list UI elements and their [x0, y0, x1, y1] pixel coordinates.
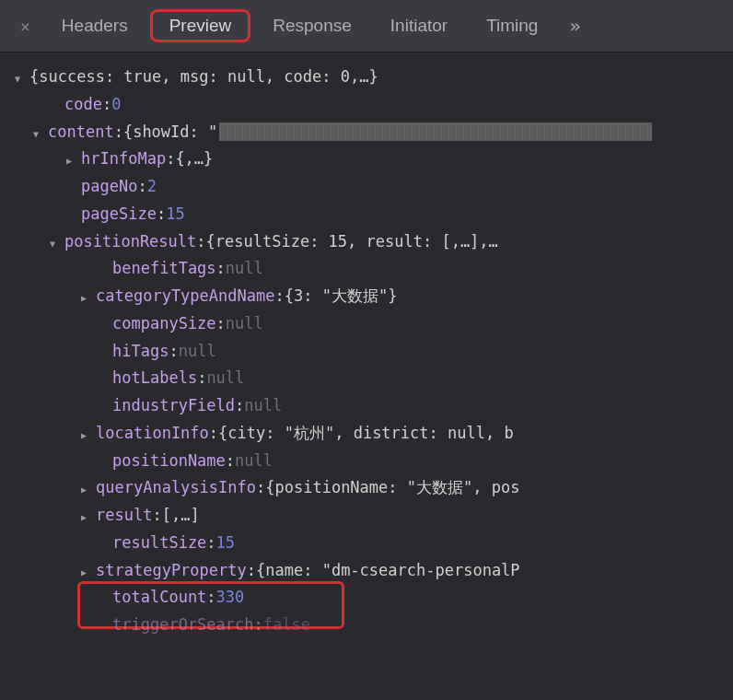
expand-toggle-icon[interactable]	[81, 502, 92, 530]
json-key: categoryTypeAndName	[96, 283, 274, 310]
tab-preview[interactable]: Preview	[150, 9, 251, 42]
tree-row[interactable]: pageSize: 15	[6, 201, 727, 228]
json-value: 15	[216, 530, 235, 557]
tree-row[interactable]: triggerOrSearch: false	[6, 612, 727, 639]
expand-toggle-icon[interactable]	[81, 283, 92, 310]
json-value: null	[179, 338, 216, 366]
tree-row[interactable]: queryAnalysisInfo: {positionName: "大数据",…	[0, 474, 727, 502]
json-key: hiTags	[112, 338, 169, 366]
devtools-tabs: × Headers Preview Response Initiator Tim…	[0, 0, 733, 52]
expand-toggle-icon[interactable]	[15, 64, 26, 91]
json-value: 2	[147, 173, 157, 201]
tab-headers[interactable]: Headers	[45, 12, 145, 40]
tree-row[interactable]: result: [,…]	[0, 502, 727, 530]
json-key: locationInfo	[96, 420, 209, 448]
expand-toggle-icon[interactable]	[50, 228, 61, 256]
json-key: code	[64, 91, 102, 119]
expand-toggle-icon[interactable]	[81, 474, 92, 502]
json-value: null	[226, 310, 263, 338]
json-value: 15	[166, 201, 184, 228]
json-key: industryField	[112, 392, 235, 420]
redacted-value	[219, 122, 652, 141]
json-summary: {resultSize: 15, result: [,…],…	[206, 228, 498, 256]
json-value: false	[263, 612, 310, 639]
json-summary: {3: "大数据"}	[285, 283, 398, 310]
json-key: hrInfoMap	[81, 146, 166, 173]
json-key: positionResult	[64, 228, 196, 256]
expand-toggle-icon[interactable]	[81, 557, 92, 585]
json-summary: {positionName: "大数据", pos	[265, 474, 519, 502]
tree-row[interactable]: content: {showId: "	[0, 119, 727, 146]
json-key: content	[48, 119, 114, 146]
json-key: companySize	[112, 310, 216, 338]
tree-row[interactable]: locationInfo: {city: "杭州", district: nul…	[0, 420, 727, 448]
expand-toggle-icon[interactable]	[33, 119, 44, 146]
tab-response[interactable]: Response	[256, 12, 368, 40]
tabs-overflow-icon[interactable]: »	[560, 15, 589, 37]
json-key: pageSize	[81, 201, 157, 228]
json-key: resultSize	[112, 530, 206, 557]
json-key: strategyProperty	[96, 557, 247, 585]
tree-row-totalcount[interactable]: totalCount: 330	[6, 584, 727, 612]
json-key: positionName	[112, 448, 226, 475]
json-preview-tree: {success: true, msg: null, code: 0,…} co…	[0, 52, 733, 645]
json-value: 330	[216, 584, 245, 612]
expand-toggle-icon[interactable]	[81, 420, 92, 448]
tree-row[interactable]: benefitTags: null	[6, 255, 727, 283]
tab-timing[interactable]: Timing	[470, 12, 554, 40]
json-value: null	[244, 392, 282, 420]
json-key: queryAnalysisInfo	[96, 474, 256, 502]
json-key: totalCount	[112, 584, 206, 612]
json-key: triggerOrSearch	[112, 612, 254, 639]
tree-row[interactable]: code: 0	[6, 91, 727, 119]
expand-toggle-icon[interactable]	[66, 146, 77, 173]
tree-row[interactable]: hiTags: null	[6, 338, 727, 366]
json-summary: [,…]	[162, 502, 200, 530]
json-summary: {name: "dm-csearch-personalP	[256, 557, 520, 585]
tree-row[interactable]: resultSize: 15	[6, 530, 727, 557]
tree-row[interactable]: companySize: null	[6, 310, 727, 338]
tree-row[interactable]: positionName: null	[6, 448, 727, 475]
tree-row[interactable]: categoryTypeAndName: {3: "大数据"}	[0, 283, 727, 310]
json-value: null	[206, 365, 244, 392]
close-icon[interactable]: ×	[11, 17, 40, 36]
tree-row[interactable]: hrInfoMap: {,…}	[6, 146, 727, 173]
json-summary: {,…}	[175, 146, 213, 173]
root-summary: {success: true, msg: null, code: 0,…}	[29, 64, 378, 91]
json-value: null	[235, 448, 273, 475]
tree-row[interactable]: hotLabels: null	[6, 365, 727, 392]
json-summary: {showId: "	[123, 119, 217, 146]
json-key: benefitTags	[112, 255, 216, 283]
json-value: 0	[111, 91, 121, 119]
json-key: hotLabels	[112, 365, 197, 392]
tree-row[interactable]: positionResult: {resultSize: 15, result:…	[0, 228, 727, 256]
json-key: result	[96, 502, 152, 530]
json-key: pageNo	[81, 173, 137, 201]
tree-row[interactable]: strategyProperty: {name: "dm-csearch-per…	[0, 557, 727, 585]
json-value: null	[226, 255, 263, 283]
json-summary: {city: "杭州", district: null, b	[218, 420, 514, 448]
tree-row[interactable]: pageNo: 2	[6, 173, 727, 201]
tree-row-root[interactable]: {success: true, msg: null, code: 0,…}	[6, 64, 727, 91]
tree-row[interactable]: industryField: null	[6, 392, 727, 420]
tab-initiator[interactable]: Initiator	[374, 12, 464, 40]
